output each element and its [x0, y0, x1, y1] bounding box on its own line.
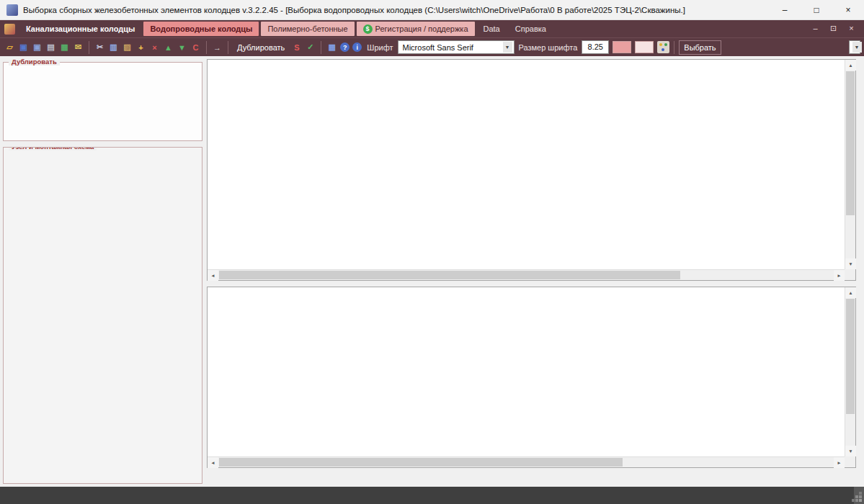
menu-tab[interactable]: Полимерно-бетонные [261, 22, 354, 36]
extra-dropdown[interactable]: ▼ [849, 40, 860, 54]
link-arrow-icon[interactable]: → [211, 41, 223, 53]
scroll-thumb[interactable] [219, 271, 680, 279]
window-close-button[interactable]: × [832, 0, 864, 20]
vertical-scrollbar[interactable] [845, 287, 855, 456]
font-select-value: Microsoft Sans Serif [403, 43, 473, 52]
add-icon[interactable]: + [135, 41, 147, 53]
font-select[interactable]: Microsoft Sans Serif ▼ [398, 40, 515, 54]
mdi-restore-button[interactable]: ⊡ [824, 22, 842, 35]
dollar-icon: $ [363, 24, 373, 34]
duplicate-group-title: Дублировать [9, 58, 60, 66]
toolbar-separator [228, 41, 228, 54]
toolbar-separator [89, 41, 89, 54]
toolbar-icons-help: ▦?i [326, 41, 362, 53]
document-icon [4, 24, 15, 35]
schema-group: Узел и монтажная схема [3, 147, 202, 484]
open-folder-icon[interactable]: ▱ [4, 41, 16, 53]
print-icon[interactable]: ▤ [45, 41, 57, 53]
scroll-up-arrow[interactable] [845, 60, 856, 71]
toolbar-icons-misc: → [211, 41, 223, 53]
color-swatch-secondary[interactable] [635, 41, 654, 53]
toolbar-separator [321, 41, 321, 54]
menu-tab[interactable]: Водопроводные колодцы [143, 22, 259, 36]
cut-icon[interactable]: ✂ [94, 41, 106, 53]
sidebar: Дублировать Узел и монтажная схема [0, 56, 205, 487]
toolbar-icons-apply: S✓ [290, 41, 316, 53]
copy-icon[interactable]: ▥ [107, 41, 120, 53]
font-label: Шрифт [367, 43, 393, 52]
toolbar-separator [674, 41, 674, 54]
scroll-thumb[interactable] [846, 299, 855, 414]
menu-tab-label: Полимерно-бетонные [267, 24, 347, 33]
menu-tabs: Канализационные колодцыВодопроводные кол… [19, 20, 806, 37]
menu-tab[interactable]: Канализационные колодцы [19, 22, 141, 36]
main-area [205, 56, 864, 487]
apply-check-icon[interactable]: ✓ [304, 41, 316, 53]
select-button[interactable]: Выбрать [679, 40, 721, 55]
window-title: Выборка сборных железобетонных элементов… [23, 6, 769, 14]
table-icon[interactable]: ▦ [326, 41, 338, 53]
menu-tab-label: Data [484, 24, 500, 33]
scroll-thumb[interactable] [219, 458, 623, 467]
chevron-down-icon[interactable]: ▼ [852, 42, 862, 53]
toolbar-separator [206, 41, 207, 54]
menu-tab[interactable]: Data [477, 22, 507, 36]
mdi-minimize-button[interactable]: – [806, 22, 824, 35]
wells-input-grid-wrap [208, 60, 845, 269]
scroll-right-arrow[interactable] [834, 457, 845, 468]
delete-icon[interactable]: × [148, 41, 161, 53]
menu-tab-label: Справка [515, 24, 546, 33]
app-icon [6, 4, 18, 16]
move-up-icon[interactable]: ▲ [162, 41, 174, 53]
wells-input-grid-region [207, 59, 856, 281]
scroll-down-arrow[interactable] [845, 446, 856, 456]
elements-result-grid-wrap [208, 287, 845, 456]
sum-icon[interactable]: S [290, 41, 303, 53]
window-minimize-button[interactable]: – [769, 0, 801, 20]
font-size-input[interactable]: 8.25 [582, 40, 609, 54]
palette-icon[interactable] [657, 41, 669, 53]
paste-icon[interactable]: ▨ [121, 41, 133, 53]
menu-tab-label: Канализационные колодцы [26, 24, 135, 33]
scroll-thumb[interactable] [846, 71, 855, 215]
scroll-down-arrow[interactable] [845, 258, 856, 269]
resize-grip[interactable] [859, 499, 862, 502]
move-down-icon[interactable]: ▼ [176, 41, 188, 53]
scroll-up-arrow[interactable] [845, 287, 856, 298]
image-icon[interactable]: ▦ [58, 41, 71, 53]
font-size-label: Размер шрифта [519, 43, 578, 52]
menu-tab[interactable]: $Регистрация / поддержка [357, 22, 475, 36]
scroll-left-arrow[interactable] [208, 270, 218, 281]
save-icon[interactable]: ▣ [17, 41, 30, 53]
toolbar-icons-edit: ✂▥▨+×▲▼C [94, 41, 202, 53]
horizontal-scrollbar[interactable] [208, 269, 845, 280]
scrollbar-corner [845, 456, 855, 467]
save-all-icon[interactable]: ▣ [31, 41, 43, 53]
info-icon[interactable]: i [352, 42, 362, 52]
scroll-right-arrow[interactable] [834, 270, 845, 281]
menu-bar: Канализационные колодцыВодопроводные кол… [0, 20, 864, 37]
schema-group-title: Узел и монтажная схема [9, 147, 97, 150]
menu-tab-label: Водопроводные колодцы [150, 24, 252, 33]
toolbar-icons-file: ▱▣▣▤▦✉ [4, 41, 84, 53]
elements-result-grid-region [207, 287, 856, 468]
toolbar: ▱▣▣▤▦✉ ✂▥▨+×▲▼C → Дублировать S✓ ▦?i Шри… [0, 37, 864, 56]
title-bar: Выборка сборных железобетонных элементов… [0, 0, 864, 20]
help-icon[interactable]: ? [340, 42, 349, 52]
duplicate-button[interactable]: Дублировать [233, 40, 289, 55]
scroll-left-arrow[interactable] [208, 457, 218, 468]
color-swatch-primary[interactable] [613, 41, 631, 53]
cancel-icon[interactable]: C [190, 41, 202, 53]
bottom-tab-bar [207, 471, 856, 487]
mdi-close-button[interactable]: × [842, 22, 860, 35]
status-bar [0, 487, 864, 504]
vertical-scrollbar[interactable] [845, 60, 855, 269]
duplicate-group: Дублировать [3, 62, 202, 141]
horizontal-scrollbar[interactable] [208, 456, 845, 467]
menu-tab-label: Регистрация / поддержка [375, 24, 468, 33]
window-maximize-button[interactable]: □ [801, 0, 832, 20]
chevron-down-icon[interactable]: ▼ [503, 42, 512, 53]
mail-icon[interactable]: ✉ [72, 41, 84, 53]
menu-tab[interactable]: Справка [509, 22, 553, 36]
duplicate-list [4, 63, 202, 140]
